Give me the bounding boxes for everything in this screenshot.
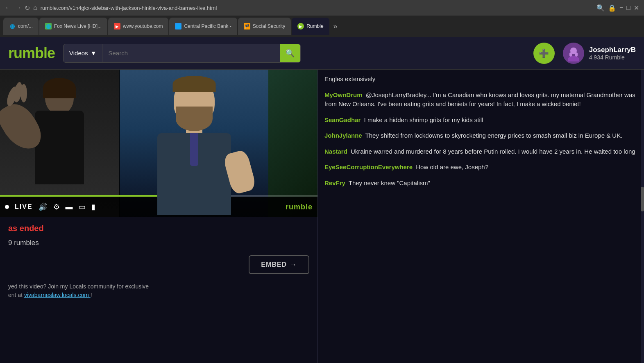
chat-text: They never knew "Capitalism": [349, 179, 430, 186]
tab-label-ssa: Social Security: [253, 23, 285, 29]
video-description: yed this video? Join my Locals community…: [8, 282, 309, 299]
search-dropdown[interactable]: Videos ▼: [63, 44, 102, 62]
tab-favicon-youtube: ▶: [114, 23, 120, 29]
rumble-logo[interactable]: rumble: [8, 45, 55, 62]
tab-label-com: com/...: [18, 23, 33, 29]
chat-username[interactable]: MyOwnDrum: [324, 91, 363, 98]
user-info: JosephLarryB 4,934 Rumble: [589, 46, 636, 61]
address-bar-text[interactable]: rumble.com/v1n4gkx-sidebar-with-jackson-…: [41, 5, 593, 11]
plus-camera-icon: ➕: [539, 48, 549, 58]
chat-text: Ukraine warred and murdered for 8 years …: [351, 148, 635, 155]
tab-rumble[interactable]: ▶ Rumble: [292, 18, 329, 35]
video-container[interactable]: LIVE 🔊 ⚙ ▬ ▭ ▮ rumble: [0, 70, 317, 217]
chat-text: I make a hidden shrimp grits for my kids…: [364, 116, 483, 123]
user-area[interactable]: JosephLarryB 4,934 Rumble: [563, 43, 636, 64]
list-item: SeanGadhar I make a hidden shrimp grits …: [324, 116, 637, 125]
search-button[interactable]: 🔍: [280, 44, 300, 62]
back-icon[interactable]: ←: [5, 4, 11, 11]
tab-favicon-cpb: 🌐: [175, 23, 181, 29]
share-icon: →: [290, 261, 297, 268]
search-magnifier-icon: 🔍: [286, 49, 295, 58]
forward-icon[interactable]: →: [15, 4, 21, 11]
pip-icon[interactable]: ▭: [79, 202, 86, 211]
list-item: Engles extensively: [324, 75, 637, 84]
svg-rect-3: [569, 52, 572, 57]
page-wrapper: rumble Videos ▼ 🔍 ➕: [0, 37, 644, 363]
tab-favicon-foxnews: 🌐: [45, 23, 52, 29]
svg-rect-4: [575, 52, 578, 57]
tab-favicon-rumble: ▶: [297, 23, 304, 29]
theater-icon[interactable]: ▮: [91, 202, 95, 211]
rumble-watermark: rumble: [286, 203, 313, 211]
tab-youtube[interactable]: ▶ www.youtube.com: [108, 18, 168, 35]
tab-com[interactable]: 🌐 com/...: [3, 18, 39, 35]
chat-section: Engles extensively MyOwnDrum @JosephLarr…: [317, 70, 644, 363]
volume-icon[interactable]: 🔊: [39, 202, 48, 211]
tab-label-foxnews: Fox News Live [HD]...: [54, 23, 102, 29]
chat-text: How old are ewe, Joseph?: [416, 163, 488, 170]
list-item: Nastard Ukraine warred and murdered for …: [324, 147, 637, 157]
locals-link-text: vivabarneslaw.locals.com: [24, 292, 89, 298]
chat-username[interactable]: SeanGadhar: [324, 116, 361, 123]
address-bar[interactable]: ← → ↻ ⌂ rumble.com/v1n4gkx-sidebar-with-…: [0, 0, 644, 16]
description-text-part2: ent at: [8, 292, 23, 298]
chevron-down-icon: ▼: [91, 50, 97, 57]
scroll-thumb[interactable]: [641, 187, 644, 211]
embed-row: EMBED →: [8, 255, 309, 274]
tab-label-youtube: www.youtube.com: [123, 23, 163, 29]
live-label: LIVE: [15, 203, 33, 211]
avatar: [563, 43, 584, 64]
tab-favicon-com: 🌐: [9, 23, 16, 29]
chat-username[interactable]: EyeSeeCorruptionEverywhere: [324, 163, 413, 170]
user-name: JosephLarryB: [589, 46, 636, 54]
content-area: LIVE 🔊 ⚙ ▬ ▭ ▮ rumble as ended 9 rumbles…: [0, 70, 644, 363]
chat-text: They shifted from lockdowns to skyrocket…: [365, 132, 623, 139]
list-item: EyeSeeCorruptionEverywhere How old are e…: [324, 163, 637, 172]
below-video-area: as ended 9 rumbles EMBED → yed this vide…: [0, 217, 317, 363]
chat-text: @JosephLarryBradley... I'm a Canadian wh…: [324, 91, 635, 108]
tab-favicon-ssa: 🏴: [244, 23, 250, 29]
tab-label-rumble: Rumble: [306, 23, 323, 29]
logo-text: rumble: [8, 45, 55, 61]
video-section: LIVE 🔊 ⚙ ▬ ▭ ▮ rumble as ended 9 rumbles…: [0, 70, 317, 363]
search-dropdown-label: Videos: [69, 50, 88, 57]
list-item: RevFry They never knew "Capitalism": [324, 179, 637, 188]
tab-cpb[interactable]: 🌐 Central Pacific Bank -: [169, 18, 237, 35]
live-indicator-dot: [5, 205, 9, 209]
settings-icon[interactable]: ⚙: [53, 202, 60, 211]
search-input[interactable]: [102, 50, 280, 57]
scrollbar[interactable]: [641, 70, 644, 363]
tabs-bar: 🌐 com/... 🌐 Fox News Live [HD]... ▶ www.…: [0, 16, 644, 37]
embed-button[interactable]: EMBED →: [249, 255, 309, 274]
tab-label-cpb: Central Pacific Bank -: [184, 23, 231, 29]
list-item: MyOwnDrum @JosephLarryBradley... I'm a C…: [324, 91, 637, 109]
rumbles-count: 9 rumbles: [8, 239, 309, 247]
browser-chrome: ← → ↻ ⌂ rumble.com/v1n4gkx-sidebar-with-…: [0, 0, 644, 37]
search-icon-bar[interactable]: 🔍: [596, 4, 605, 12]
chat-username[interactable]: Nastard: [324, 148, 347, 155]
rumble-header: rumble Videos ▼ 🔍 ➕: [0, 37, 644, 70]
user-rumbles-count: 4,934 Rumble: [589, 54, 636, 61]
list-item: JohnJylanne They shifted from lockdowns …: [324, 131, 637, 141]
stream-ended-label: as ended: [8, 224, 309, 233]
embed-label: EMBED: [261, 261, 287, 268]
home-icon[interactable]: ⌂: [33, 4, 37, 11]
close-icon[interactable]: ✕: [634, 4, 639, 12]
chat-text: Engles extensively: [324, 75, 375, 82]
description-exclamation: !: [91, 292, 92, 298]
fullscreen-icon[interactable]: ▬: [66, 203, 73, 211]
extension-icon[interactable]: 🔒: [608, 4, 616, 12]
maximize-icon[interactable]: □: [626, 4, 630, 11]
minimize-icon[interactable]: −: [619, 4, 623, 11]
tab-ssa[interactable]: 🏴 Social Security: [238, 18, 291, 35]
chat-username[interactable]: JohnJylanne: [324, 132, 362, 139]
refresh-icon[interactable]: ↻: [25, 4, 30, 12]
locals-community-link[interactable]: vivabarneslaw.locals.com: [24, 292, 91, 298]
description-text-part1: yed this video? Join my Locals community…: [8, 283, 149, 290]
add-video-button[interactable]: ➕: [533, 43, 555, 64]
search-area: Videos ▼ 🔍: [63, 44, 301, 63]
chat-messages-list: Engles extensively MyOwnDrum @JosephLarr…: [318, 70, 644, 363]
chat-username[interactable]: RevFry: [324, 179, 345, 186]
tab-foxnews[interactable]: 🌐 Fox News Live [HD]...: [39, 18, 107, 35]
more-tabs-button[interactable]: »: [330, 20, 341, 32]
